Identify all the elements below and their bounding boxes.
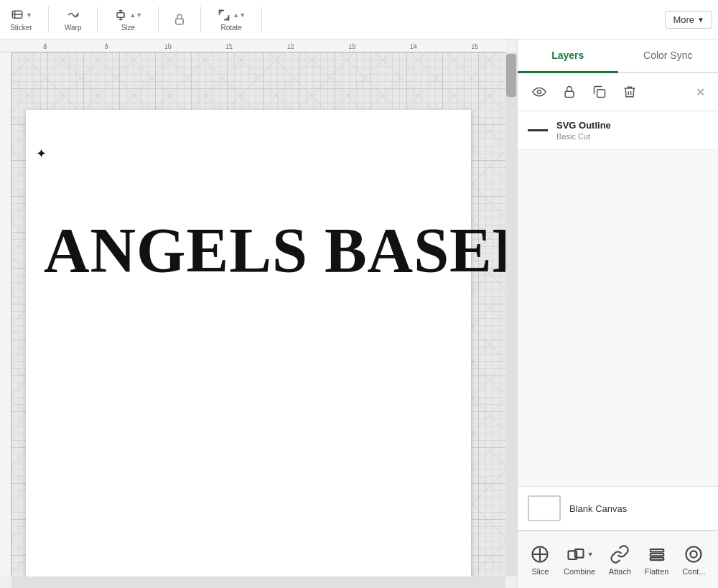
blank-canvas-label: Blank Canvas xyxy=(569,503,627,514)
ruler-horizontal: 8 9 10 11 12 13 14 15 xyxy=(0,39,505,52)
combine-button[interactable]: ▼ Combine xyxy=(558,540,601,580)
layer-name: SVG Outline xyxy=(556,120,708,131)
svg-rect-15 xyxy=(650,549,663,552)
ruler-mark-11: 11 xyxy=(199,43,261,50)
divider-4 xyxy=(200,6,201,32)
layer-item-svg-outline[interactable]: SVG Outline Basic Cut xyxy=(518,111,718,150)
scrollbar-horizontal[interactable] xyxy=(11,577,505,588)
grid-canvas: ✦ ANGELS BASEBALL xyxy=(11,52,505,577)
svg-rect-17 xyxy=(650,557,663,560)
ruler-mark-9: 9 xyxy=(76,43,138,50)
ruler-mark-8: 8 xyxy=(14,43,76,50)
svg-rect-16 xyxy=(650,553,663,556)
lock-layer-button[interactable] xyxy=(558,80,581,103)
app: ▼ Sticker Warp xyxy=(0,0,718,588)
svg-rect-6 xyxy=(176,19,184,24)
panel-close-button[interactable]: ✕ xyxy=(693,83,708,102)
ruler-mark-10: 10 xyxy=(137,43,199,50)
canvas-wrapper[interactable]: 8 9 10 11 12 13 14 15 xyxy=(0,39,517,588)
svg-rect-3 xyxy=(117,12,124,17)
slice-button[interactable]: Slice xyxy=(524,540,556,580)
ruler-mark-12: 12 xyxy=(260,43,322,50)
blank-canvas-thumbnail xyxy=(528,495,561,521)
right-panel: Layers Color Sync xyxy=(517,39,718,588)
ruler-mark-14: 14 xyxy=(383,43,444,50)
attach-button[interactable]: Attach xyxy=(603,540,637,580)
lock-icon xyxy=(170,13,189,26)
layer-info: SVG Outline Basic Cut xyxy=(556,120,708,141)
layer-color-indicator xyxy=(528,129,548,131)
layer-type: Basic Cut xyxy=(556,132,708,141)
canvas-section: 8 9 10 11 12 13 14 15 xyxy=(0,39,517,588)
combine-arrow: ▼ xyxy=(587,551,594,558)
more-button[interactable]: More ▼ xyxy=(665,11,712,29)
scrollbar-vertical[interactable] xyxy=(505,52,517,577)
layer-icons-row: ✕ xyxy=(518,73,718,111)
ruler-vertical xyxy=(0,52,11,577)
panel-spacer xyxy=(518,150,718,486)
design-star: ✦ xyxy=(36,146,47,162)
tab-layers[interactable]: Layers xyxy=(518,39,618,73)
ruler-mark-15: 15 xyxy=(444,43,506,50)
scrollbar-thumb-v[interactable] xyxy=(506,54,516,97)
panel-bottom-toolbar: Slice ▼ Combine xyxy=(518,531,718,588)
more-chevron-icon: ▼ xyxy=(697,16,704,24)
ruler-mark-13: 13 xyxy=(322,43,383,50)
rotate-tool[interactable]: ▲▼ Rotate xyxy=(213,5,250,34)
white-canvas: ✦ ANGELS BASEBALL xyxy=(26,110,471,577)
duplicate-layer-button[interactable] xyxy=(588,80,611,103)
divider-1 xyxy=(48,6,49,32)
svg-point-7 xyxy=(538,90,541,94)
rotate-icon: ▲▼ xyxy=(217,8,246,22)
divider-3 xyxy=(158,6,159,32)
contour-button[interactable]: Cont... xyxy=(676,540,711,580)
divider-5 xyxy=(261,6,262,32)
blank-canvas-item[interactable]: Blank Canvas xyxy=(518,486,718,531)
tab-color-sync[interactable]: Color Sync xyxy=(618,39,719,73)
size-icon: ▲▼ xyxy=(113,8,142,22)
flatten-button[interactable]: Flatten xyxy=(639,540,675,580)
warp-tool[interactable]: Warp xyxy=(60,5,86,34)
sticker-icon: ▼ xyxy=(10,8,32,22)
top-toolbar: ▼ Sticker Warp xyxy=(0,0,718,39)
delete-layer-button[interactable] xyxy=(618,80,641,103)
app-body: 8 9 10 11 12 13 14 15 xyxy=(0,39,718,588)
design-text: ANGELS BASEBALL xyxy=(44,218,505,282)
sticker-tool[interactable]: ▼ Sticker xyxy=(6,5,37,34)
svg-rect-8 xyxy=(565,91,574,97)
visibility-toggle-button[interactable] xyxy=(528,80,551,103)
warp-icon xyxy=(66,8,80,22)
svg-rect-9 xyxy=(597,90,605,98)
size-tool[interactable]: ▲▼ Size xyxy=(109,5,146,34)
panel-tabs: Layers Color Sync xyxy=(518,39,718,73)
divider-2 xyxy=(97,6,98,32)
